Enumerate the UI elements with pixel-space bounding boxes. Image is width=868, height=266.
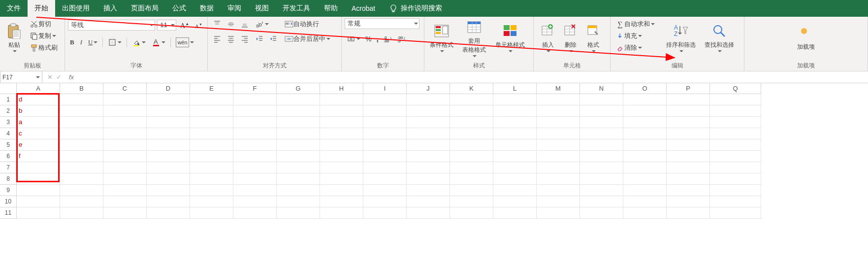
cell[interactable]	[103, 117, 147, 128]
cell[interactable]	[493, 151, 537, 162]
cell[interactable]	[493, 94, 537, 105]
cell[interactable]	[537, 185, 580, 196]
fill-button[interactable]: 填充	[613, 30, 662, 42]
cell[interactable]	[407, 151, 450, 162]
cell[interactable]	[580, 151, 623, 162]
cell[interactable]	[623, 128, 667, 139]
cell[interactable]	[363, 94, 407, 105]
cell[interactable]	[320, 196, 363, 207]
cell[interactable]	[147, 162, 190, 173]
col-header[interactable]: N	[580, 83, 623, 94]
font-name-select[interactable]: 等线	[68, 20, 155, 31]
cell[interactable]	[493, 105, 537, 117]
col-header[interactable]: P	[667, 83, 710, 94]
font-color-button[interactable]: A	[150, 36, 167, 48]
align-right-button[interactable]	[238, 33, 251, 45]
cell[interactable]	[60, 185, 103, 196]
cell[interactable]	[233, 151, 277, 162]
cell[interactable]	[147, 117, 190, 128]
addins-button[interactable]: 加载项	[795, 18, 817, 58]
delete-cells-button[interactable]: 删除	[559, 18, 582, 58]
cell[interactable]	[60, 173, 103, 185]
cell[interactable]	[103, 162, 147, 173]
cell[interactable]: f	[17, 151, 60, 162]
cell[interactable]	[103, 139, 147, 151]
tab-insert[interactable]: 插入	[96, 0, 124, 17]
cell[interactable]	[623, 196, 667, 207]
row-header[interactable]: 8	[0, 173, 17, 185]
cell[interactable]	[667, 162, 710, 173]
insert-cells-button[interactable]: 插入	[537, 18, 559, 58]
row-header[interactable]: 5	[0, 139, 17, 151]
paste-button[interactable]: 粘贴	[3, 18, 26, 58]
cell[interactable]	[450, 139, 493, 151]
autosum-button[interactable]: ∑自动求和	[613, 18, 662, 30]
cell[interactable]	[580, 196, 623, 207]
wrap-text-button[interactable]: ab 自动换行	[283, 18, 332, 30]
cell[interactable]	[623, 94, 667, 105]
col-header[interactable]: J	[407, 83, 450, 94]
cell[interactable]	[60, 162, 103, 173]
conditional-formatting-button[interactable]: 条件格式	[427, 18, 456, 58]
cell[interactable]	[233, 196, 277, 207]
cell[interactable]	[363, 105, 407, 117]
cell[interactable]	[537, 196, 580, 207]
cell[interactable]	[407, 139, 450, 151]
cell[interactable]	[277, 185, 320, 196]
cell[interactable]	[320, 94, 363, 105]
cell[interactable]	[60, 94, 103, 105]
cell[interactable]	[667, 117, 710, 128]
col-header[interactable]: G	[277, 83, 320, 94]
cell[interactable]	[667, 207, 710, 219]
cell[interactable]	[450, 185, 493, 196]
tab-formulas[interactable]: 公式	[165, 0, 193, 17]
tab-page-layout[interactable]: 页面布局	[124, 0, 165, 17]
cell[interactable]	[623, 185, 667, 196]
cell[interactable]	[320, 105, 363, 117]
cell[interactable]	[580, 117, 623, 128]
row-header[interactable]: 6	[0, 151, 17, 162]
cell[interactable]	[710, 128, 761, 139]
cell[interactable]	[277, 207, 320, 219]
cell[interactable]	[190, 207, 233, 219]
increase-font-size-button[interactable]: A▲	[178, 18, 191, 32]
cell[interactable]	[537, 173, 580, 185]
cell[interactable]	[147, 128, 190, 139]
col-header[interactable]: B	[60, 83, 103, 94]
italic-button[interactable]: I	[78, 36, 84, 48]
cell[interactable]	[667, 139, 710, 151]
cell[interactable]	[320, 162, 363, 173]
cell[interactable]	[277, 105, 320, 117]
cell[interactable]	[450, 105, 493, 117]
col-header[interactable]: E	[190, 83, 233, 94]
orientation-button[interactable]: ab	[253, 18, 271, 30]
cell[interactable]	[277, 128, 320, 139]
align-left-button[interactable]	[211, 33, 224, 45]
merge-center-button[interactable]: 合并后居中	[283, 33, 332, 45]
cell[interactable]	[147, 196, 190, 207]
cell[interactable]	[450, 94, 493, 105]
cell[interactable]	[190, 162, 233, 173]
cell[interactable]	[450, 173, 493, 185]
cell[interactable]	[190, 196, 233, 207]
cell[interactable]	[320, 151, 363, 162]
cell[interactable]	[363, 207, 407, 219]
cell[interactable]	[190, 185, 233, 196]
cell[interactable]	[710, 207, 761, 219]
cell[interactable]	[580, 128, 623, 139]
cell[interactable]: e	[17, 139, 60, 151]
format-as-table-button[interactable]: 套用 表格格式	[456, 18, 492, 58]
cell[interactable]	[407, 207, 450, 219]
cell[interactable]	[60, 139, 103, 151]
cut-button[interactable]: 剪切	[28, 18, 60, 30]
cell[interactable]	[667, 173, 710, 185]
cell[interactable]	[320, 139, 363, 151]
cell[interactable]	[147, 185, 190, 196]
cell[interactable]	[233, 105, 277, 117]
cell[interactable]	[277, 139, 320, 151]
cell[interactable]	[450, 207, 493, 219]
cell[interactable]	[277, 117, 320, 128]
select-all-corner[interactable]	[0, 83, 17, 94]
tell-me-search[interactable]: 操作说明搜索	[382, 0, 449, 17]
sort-filter-button[interactable]: AZ 排序和筛选	[662, 18, 700, 58]
